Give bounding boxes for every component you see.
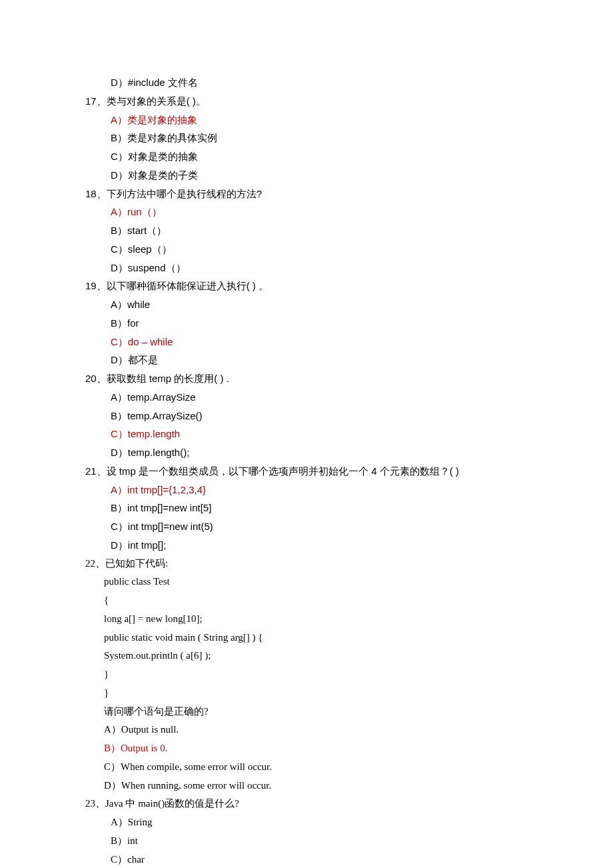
option-c: C）int tmp[]=new int(5)	[85, 517, 613, 536]
code-line: public static void main ( String arg[] )…	[85, 629, 613, 647]
option-d: D）对象是类的子类	[85, 166, 613, 185]
option-a: A）while	[85, 295, 613, 314]
exam-page: D）#include 文件名 17、类与对象的关系是( )。 A）类是对象的抽象…	[0, 0, 613, 868]
option-c: C）对象是类的抽象	[85, 147, 613, 166]
question-stem: 19、以下哪种循环体能保证进入执行( ) 。	[85, 277, 613, 295]
option-c: C）do – while	[85, 333, 613, 351]
code-line: }	[85, 665, 613, 684]
question-stem: 17、类与对象的关系是( )。	[85, 92, 613, 111]
question-16-fragment: D）#include 文件名	[0, 73, 613, 92]
option-b: B）start（）	[85, 221, 613, 240]
option-c: C）When compile, some error will occur.	[85, 758, 613, 777]
option-a: A）String	[85, 813, 613, 832]
option-d: D）int tmp[];	[85, 536, 613, 555]
question-ask: 请问哪个语句是正确的?	[85, 703, 613, 721]
option-d: D）temp.length();	[85, 443, 613, 462]
question-17: 17、类与对象的关系是( )。 A）类是对象的抽象 B）类是对象的具体实例 C）…	[0, 92, 613, 185]
option-c: C）temp.length	[85, 425, 613, 443]
option-a: A）Output is null.	[85, 721, 613, 739]
code-line: System.out.println ( a[6] );	[85, 647, 613, 665]
option-a: A）temp.ArraySize	[85, 388, 613, 407]
option-a: A）run（）	[85, 203, 613, 221]
option-b: B）Output is 0.	[85, 739, 613, 758]
question-20: 20、获取数组 temp 的长度用( ) . A）temp.ArraySize …	[0, 369, 613, 462]
code-line: }	[85, 684, 613, 703]
question-19: 19、以下哪种循环体能保证进入执行( ) 。 A）while B）for C）d…	[0, 277, 613, 369]
option-c: C）sleep（）	[85, 240, 613, 259]
option-c: C）char	[85, 851, 613, 869]
question-stem: 21、设 tmp 是一个数组类成员，以下哪个选项声明并初始化一个 4 个元素的数…	[85, 462, 613, 481]
option-b: B）类是对象的具体实例	[85, 129, 613, 147]
option-b: B）int tmp[]=new int[5]	[85, 499, 613, 517]
option-a: A）类是对象的抽象	[85, 111, 613, 129]
option-d: D）suspend（）	[85, 259, 613, 277]
option-d: D）When running, some error will occur.	[85, 777, 613, 795]
question-18: 18、下列方法中哪个是执行线程的方法? A）run（） B）start（） C）…	[0, 185, 613, 277]
option-d: D）都不是	[85, 351, 613, 369]
option-d: D）#include 文件名	[85, 73, 613, 92]
question-23: 23、Java 中 main()函数的值是什么? A）String B）int …	[0, 795, 613, 868]
question-stem: 20、获取数组 temp 的长度用( ) .	[85, 369, 613, 388]
option-b: B）for	[85, 314, 613, 333]
code-line: public class Test	[85, 573, 613, 591]
option-b: B）temp.ArraySize()	[85, 407, 613, 425]
question-21: 21、设 tmp 是一个数组类成员，以下哪个选项声明并初始化一个 4 个元素的数…	[0, 462, 613, 555]
code-line: {	[85, 591, 613, 610]
option-b: B）int	[85, 832, 613, 851]
code-line: long a[] = new long[10];	[85, 610, 613, 629]
question-stem: 18、下列方法中哪个是执行线程的方法?	[85, 185, 613, 203]
question-22: 22、已知如下代码: public class Test { long a[] …	[0, 555, 613, 795]
question-stem: 22、已知如下代码:	[85, 555, 613, 573]
option-a: A）int tmp[]={1,2,3,4}	[85, 481, 613, 499]
question-stem: 23、Java 中 main()函数的值是什么?	[85, 795, 613, 813]
